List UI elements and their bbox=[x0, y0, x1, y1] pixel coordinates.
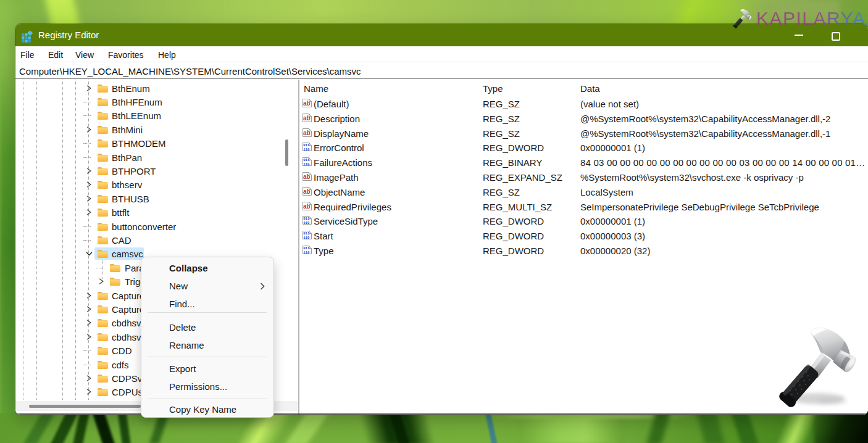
svg-text:ab: ab bbox=[303, 188, 311, 195]
svg-text:ab: ab bbox=[303, 203, 311, 210]
svg-text:110: 110 bbox=[303, 250, 310, 255]
svg-text:110: 110 bbox=[303, 162, 310, 167]
svg-text:110: 110 bbox=[303, 221, 310, 225]
svg-text:110: 110 bbox=[303, 147, 310, 152]
svg-text:ab: ab bbox=[303, 130, 311, 136]
svg-text:ab: ab bbox=[303, 100, 311, 107]
svg-text:110: 110 bbox=[303, 236, 310, 240]
svg-text:ab: ab bbox=[303, 115, 311, 122]
svg-text:ab: ab bbox=[303, 173, 311, 180]
